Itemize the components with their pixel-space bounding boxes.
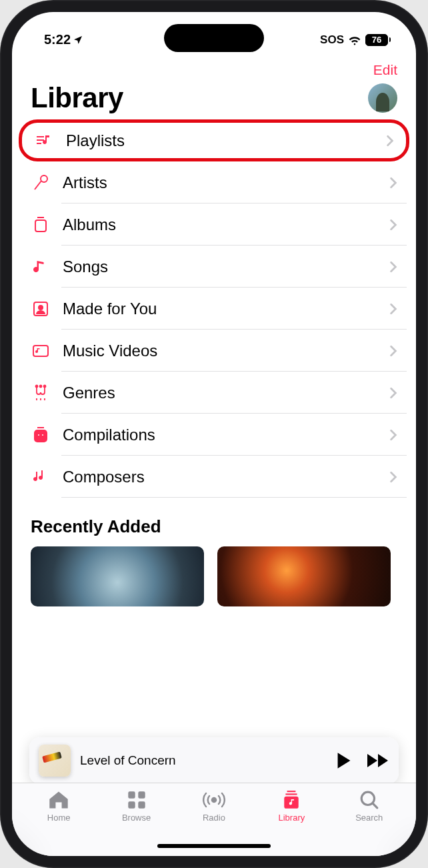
nav-bar: Edit [12, 55, 416, 82]
chevron-right-icon [389, 219, 397, 231]
mini-player-track: Level of Concern [80, 753, 327, 768]
list-item-label: Music Videos [63, 342, 377, 360]
svg-point-10 [36, 385, 38, 387]
phone-frame: 5:22 SOS 76 Edit Library [0, 0, 428, 868]
svg-point-24 [212, 798, 216, 802]
chevron-right-icon [389, 261, 397, 273]
note-icon [31, 257, 51, 277]
edit-button[interactable]: Edit [373, 62, 397, 78]
library-item-composers[interactable]: Composers [21, 456, 407, 498]
location-icon [73, 35, 83, 45]
list-item-label: Genres [63, 384, 377, 402]
library-item-playlists[interactable]: Playlists [19, 119, 409, 161]
person-icon [31, 299, 51, 319]
svg-rect-6 [35, 220, 46, 232]
tab-label: Search [355, 813, 383, 823]
battery-indicator: 76 [365, 34, 391, 46]
svg-rect-17 [35, 430, 47, 442]
recently-added-row[interactable] [12, 546, 416, 606]
profile-avatar[interactable] [368, 83, 397, 113]
album-artwork[interactable] [217, 546, 391, 606]
library-list: Playlists Artists [12, 119, 416, 498]
library-item-made-for-you[interactable]: Made for You [21, 288, 407, 330]
svg-point-12 [44, 385, 46, 387]
album-icon [31, 215, 51, 235]
chevron-right-icon [386, 135, 394, 147]
mic-icon [31, 173, 51, 193]
home-indicator[interactable] [157, 844, 271, 848]
home-icon [48, 790, 69, 810]
recently-added-title: Recently Added [12, 498, 416, 546]
dynamic-island [164, 24, 264, 52]
svg-point-11 [40, 385, 42, 387]
svg-rect-22 [128, 801, 135, 808]
chevron-right-icon [389, 387, 397, 399]
tab-label: Browse [122, 813, 151, 823]
play-button[interactable] [336, 752, 352, 769]
next-button[interactable] [367, 753, 389, 768]
composers-icon [31, 467, 51, 487]
library-item-compilations[interactable]: Compilations [21, 414, 407, 456]
browse-icon [127, 790, 147, 810]
guitar-icon [31, 383, 51, 403]
chevron-right-icon [389, 345, 397, 357]
chevron-right-icon [389, 177, 397, 189]
chevron-right-icon [389, 471, 397, 483]
list-item-label: Artists [63, 173, 377, 192]
list-item-label: Made for You [63, 300, 377, 318]
status-time: 5:22 [44, 32, 71, 47]
album-artwork[interactable] [31, 546, 204, 606]
search-icon [359, 790, 379, 810]
wifi-icon [348, 35, 361, 45]
list-item-label: Albums [63, 215, 377, 234]
tab-label: Home [47, 813, 71, 823]
library-item-artists[interactable]: Artists [21, 161, 407, 203]
library-item-albums[interactable]: Albums [21, 203, 407, 246]
svg-point-18 [37, 434, 40, 436]
svg-point-19 [41, 434, 44, 436]
mini-player-artwork[interactable] [39, 745, 71, 777]
svg-rect-21 [138, 791, 145, 798]
library-icon [281, 790, 301, 810]
list-item-label: Playlists [66, 131, 374, 150]
svg-line-29 [373, 803, 377, 807]
playlists-icon [34, 131, 54, 151]
screen: 5:22 SOS 76 Edit Library [12, 12, 416, 856]
tab-label: Radio [203, 813, 225, 823]
tab-label: Library [278, 813, 305, 823]
tab-search[interactable]: Search [339, 790, 399, 856]
compilation-icon [31, 425, 51, 445]
svg-rect-20 [128, 791, 135, 798]
status-sos: SOS [320, 33, 344, 47]
library-item-songs[interactable]: Songs [21, 246, 407, 288]
mini-player[interactable]: Level of Concern [29, 737, 399, 784]
header: Library [12, 82, 416, 119]
svg-line-4 [35, 181, 41, 189]
library-item-music-videos[interactable]: Music Videos [21, 330, 407, 372]
chevron-right-icon [389, 429, 397, 441]
list-item-label: Songs [63, 258, 377, 276]
radio-icon [203, 790, 225, 810]
svg-rect-23 [138, 801, 145, 808]
page-title: Library [31, 82, 123, 114]
svg-point-8 [39, 306, 43, 310]
list-item-label: Composers [63, 468, 377, 486]
chevron-right-icon [389, 303, 397, 315]
list-item-label: Compilations [63, 426, 377, 444]
library-item-genres[interactable]: Genres [21, 372, 407, 414]
tab-home[interactable]: Home [29, 790, 89, 856]
video-icon [31, 341, 51, 361]
